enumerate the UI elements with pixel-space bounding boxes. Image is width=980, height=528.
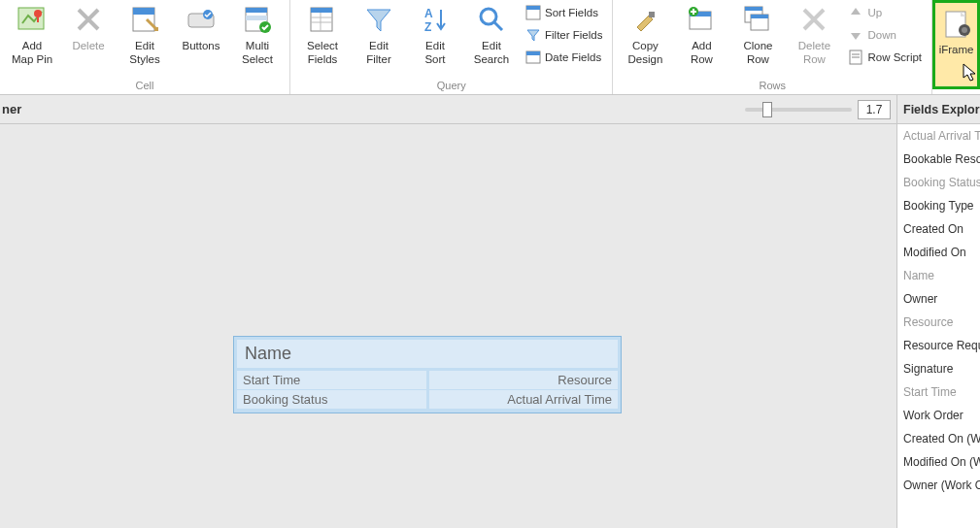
buttons-icon: [186, 4, 217, 35]
sort-icon: AZ: [420, 4, 451, 35]
svg-rect-32: [751, 15, 768, 18]
date-fields-button[interactable]: Date Fields: [522, 47, 606, 68]
buttons-button[interactable]: Buttons: [173, 2, 229, 54]
svg-rect-13: [311, 8, 332, 13]
ribbon: Add Map Pin Delete Edit Styles Buttons: [0, 0, 980, 95]
delete-x-icon: [73, 4, 104, 35]
arrow-down-icon: [848, 27, 863, 43]
designer-label: ner: [0, 102, 21, 116]
add-row-icon: [686, 4, 717, 35]
edit-filter-button[interactable]: Edit Filter: [351, 2, 407, 68]
designer-bar: ner 1.7: [0, 95, 980, 124]
field-item[interactable]: Created On (Work Order): [897, 427, 980, 450]
button-label: iFrame: [939, 44, 974, 55]
button-label: Add Map Pin: [12, 39, 52, 66]
button-label: Up: [867, 7, 882, 18]
button-label: Edit Search: [474, 39, 509, 66]
date-small-icon: [525, 50, 541, 65]
multi-select-button[interactable]: Multi Select: [229, 2, 286, 68]
button-label: Copy Design: [628, 39, 663, 66]
button-label: Delete Row: [798, 39, 830, 66]
svg-rect-10: [246, 16, 267, 20]
search-icon: [476, 4, 507, 35]
brush-icon: [629, 4, 660, 35]
zoom-slider[interactable]: [745, 108, 852, 112]
script-icon: [848, 50, 863, 65]
svg-point-38: [962, 27, 967, 33]
template-cell[interactable]: Booking Status: [237, 390, 426, 409]
row-script-button[interactable]: Row Script: [844, 47, 926, 68]
button-label: Filter Fields: [545, 29, 602, 41]
sort-fields-button[interactable]: Sort Fields: [522, 2, 606, 23]
sort-small-icon: [525, 5, 541, 20]
svg-line-20: [494, 22, 502, 30]
ribbon-group-query: Select Fields Edit Filter AZ Edit Sort E…: [290, 0, 613, 94]
delete-row-button[interactable]: Delete Row: [786, 2, 842, 68]
button-label: Select Fields: [307, 39, 338, 66]
field-item[interactable]: Owner: [897, 287, 980, 311]
edit-search-button[interactable]: Edit Search: [463, 2, 520, 68]
svg-rect-25: [649, 12, 655, 17]
svg-rect-2: [37, 16, 39, 22]
field-item[interactable]: Resource Requirement: [897, 334, 980, 357]
delete-button[interactable]: Delete: [60, 2, 117, 54]
button-label: Clone Row: [743, 39, 772, 66]
button-label: Edit Styles: [129, 39, 159, 66]
template-cell[interactable]: Start Time: [237, 371, 426, 389]
zoom-value[interactable]: 1.7: [858, 100, 891, 119]
template-cell[interactable]: Resource: [429, 371, 619, 389]
svg-text:Z: Z: [424, 20, 431, 34]
filter-fields-button[interactable]: Filter Fields: [522, 24, 606, 46]
add-map-pin-button[interactable]: Add Map Pin: [4, 2, 60, 68]
svg-rect-30: [745, 7, 762, 11]
svg-point-19: [481, 9, 496, 24]
button-label: Add Row: [691, 39, 713, 66]
field-item[interactable]: Resource: [897, 311, 980, 334]
styles-icon: [129, 4, 160, 35]
field-item[interactable]: Start Time: [897, 380, 980, 404]
clone-row-button[interactable]: Clone Row: [729, 2, 786, 68]
field-item[interactable]: Signature: [897, 357, 980, 380]
edit-styles-button[interactable]: Edit Styles: [117, 2, 173, 68]
field-item[interactable]: Modified On: [897, 241, 980, 264]
group-label: Query: [294, 78, 608, 94]
slider-thumb[interactable]: [762, 102, 772, 117]
svg-rect-5: [154, 27, 158, 31]
button-label: Multi Select: [242, 39, 273, 66]
field-item[interactable]: Bookable Resource: [897, 148, 980, 171]
svg-point-1: [34, 10, 42, 17]
field-item[interactable]: Name: [897, 264, 980, 287]
button-label: Buttons: [183, 39, 220, 52]
template-title-cell[interactable]: Name: [237, 340, 618, 368]
copy-design-button[interactable]: Copy Design: [617, 2, 673, 68]
ribbon-group-rows: Copy Design Add Row Clone Row Delete Row: [613, 0, 932, 94]
ribbon-group-cell: Add Map Pin Delete Edit Styles Buttons: [0, 0, 290, 94]
multi-select-icon: [242, 4, 273, 35]
design-canvas[interactable]: Name Start Time Resource Booking Status …: [0, 124, 896, 528]
svg-rect-22: [526, 6, 540, 10]
group-label: Cell: [4, 78, 286, 94]
edit-sort-button[interactable]: AZ Edit Sort: [407, 2, 463, 68]
delete-row-icon: [798, 4, 829, 35]
field-item[interactable]: Created On: [897, 217, 980, 241]
select-fields-button[interactable]: Select Fields: [294, 2, 351, 68]
button-label: Row Script: [867, 51, 922, 63]
field-item[interactable]: Work Order: [897, 404, 980, 427]
filter-small-icon: [525, 27, 541, 43]
field-item[interactable]: Booking Type: [897, 194, 980, 217]
template-card[interactable]: Name Start Time Resource Booking Status …: [233, 336, 622, 413]
svg-rect-24: [526, 51, 540, 55]
add-row-button[interactable]: Add Row: [673, 2, 729, 68]
select-fields-icon: [307, 4, 338, 35]
field-item[interactable]: Modified On (Work Order): [897, 450, 980, 474]
iframe-button[interactable]: iFrame: [932, 0, 980, 89]
clone-row-icon: [742, 4, 773, 35]
field-item[interactable]: Owner (Work Order): [897, 474, 980, 497]
field-item[interactable]: Actual Arrival Time: [897, 124, 980, 148]
field-item[interactable]: Booking Status: [897, 171, 980, 194]
up-button[interactable]: Up: [844, 2, 926, 23]
template-cell[interactable]: Actual Arrival Time: [429, 390, 619, 409]
svg-rect-9: [246, 8, 267, 13]
svg-text:A: A: [424, 7, 433, 20]
down-button[interactable]: Down: [844, 24, 926, 46]
